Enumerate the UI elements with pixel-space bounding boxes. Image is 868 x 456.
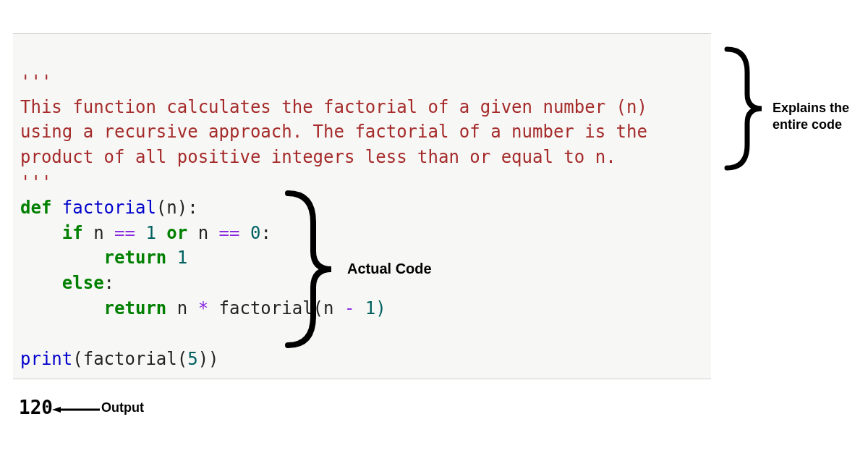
operator-eq: == (114, 223, 135, 243)
annotation-actual-code: Actual Code (347, 261, 432, 277)
annotation-explains: Explains the entire code (773, 100, 867, 132)
param-list: (n) (156, 198, 187, 218)
docstring-close: ''' (20, 172, 51, 193)
arrow-icon (52, 407, 100, 413)
keyword-def: def (20, 198, 51, 218)
brace-icon (712, 43, 770, 174)
operator-eq: == (219, 223, 240, 243)
annotation-output: Output (101, 400, 144, 415)
docstring-open: ''' (20, 72, 51, 92)
code-block: ''' This function calculates the factori… (13, 33, 711, 379)
function-name: factorial (62, 198, 156, 218)
docstring-line: This function calculates the factorial o… (20, 97, 647, 117)
keyword-if: if (62, 223, 83, 243)
operator-star: * (198, 298, 208, 318)
operator-minus: - (344, 298, 354, 318)
keyword-return: return (104, 248, 167, 268)
keyword-return: return (104, 298, 167, 318)
output-value: 120 (19, 397, 53, 418)
svg-marker-1 (52, 407, 61, 413)
keyword-or: or (166, 223, 187, 243)
brace-icon (273, 186, 339, 352)
keyword-else: else (62, 273, 104, 293)
docstring-line: product of all positive integers less th… (20, 147, 616, 167)
function-print: print (20, 349, 72, 369)
docstring-line: using a recursive approach. The factoria… (20, 122, 647, 142)
